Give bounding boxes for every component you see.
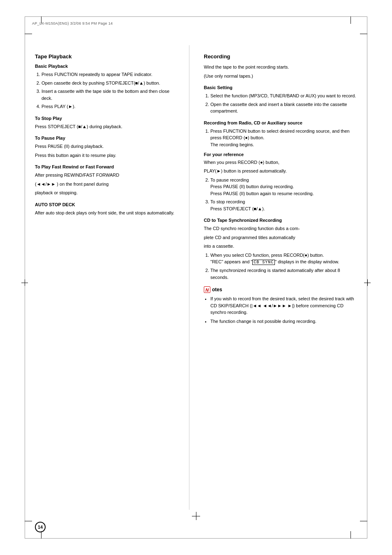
list-item: When you select CD function, press RECOR… xyxy=(210,252,357,266)
list-item: Press FUNCTION button to select desired … xyxy=(210,128,357,148)
recording-title: Recording xyxy=(204,53,357,60)
tick-br-h xyxy=(360,521,367,521)
page: AP_LX-M150A(ENG) 3/2/06 9:54 PM Page 14 … xyxy=(0,0,392,555)
recording-steps-continued: To pause recording Press PAUSE (II) butt… xyxy=(210,177,357,212)
tape-playback-title: Tape Playback xyxy=(35,53,175,60)
column-divider xyxy=(189,45,189,510)
mid-cross-left xyxy=(21,279,28,286)
notes-icon: N xyxy=(204,286,210,293)
for-your-reference-text1: When you press RECORD (●) button, xyxy=(204,159,357,166)
for-your-reference-text2: PLAY(►) button is pressed automatically. xyxy=(204,168,357,175)
list-item: To pause recording Press PAUSE (II) butt… xyxy=(210,177,357,197)
left-column: Tape Playback Basic Playback Press FUNCT… xyxy=(35,45,175,510)
main-content: Tape Playback Basic Playback Press FUNCT… xyxy=(35,45,357,510)
fast-rewind-line2: (◄◄/►► ) on the front panel during xyxy=(35,181,175,188)
list-item: Open cassette deck by pushing STOP/EJECT… xyxy=(42,80,175,87)
notes-label: otes xyxy=(212,287,222,292)
right-column: Recording Wind the tape to the point rec… xyxy=(204,45,357,510)
basic-setting-list: Select the function (MP3/CD, TUNER/BAND … xyxy=(210,92,357,115)
auto-stop-text: After auto stop deck plays only front si… xyxy=(35,210,175,216)
bottom-center-cross xyxy=(192,512,200,520)
border-top xyxy=(25,16,367,17)
border-left xyxy=(25,16,25,539)
stop-play-text: Press STOP/EJECT (■/▲) during playback. xyxy=(35,123,175,130)
cd-to-tape-heading: CD to Tape Synchronized Recording xyxy=(204,218,357,223)
mid-cross-right xyxy=(364,279,371,286)
fast-rewind-line1: After pressing REWIND/FAST FORWARD xyxy=(35,172,175,179)
border-right xyxy=(367,16,367,539)
basic-setting-heading: Basic Setting xyxy=(204,85,357,90)
for-your-reference-heading: For your reference xyxy=(204,151,357,158)
pause-play-line2: Press this button again it to resume pla… xyxy=(35,152,175,159)
list-item: Select the function (MP3/CD, TUNER/BAND … xyxy=(210,92,357,99)
page-number: 14 xyxy=(35,522,46,532)
cd-to-tape-intro1: The CD synchro recording function dubs a… xyxy=(204,225,357,232)
recording-from-radio-heading: Recording from Radio, CD or Auxiliary so… xyxy=(204,120,357,125)
basic-playback-heading: Basic Playback xyxy=(35,64,175,69)
tick-br-v xyxy=(350,531,351,539)
tick-tr-v xyxy=(350,16,351,24)
notes-item: If you wish to record from the desired t… xyxy=(210,295,357,316)
recording-intro-line2: (Use only normal tapes.) xyxy=(204,73,357,80)
cd-to-tape-intro2: plete CD and programmed titles automatic… xyxy=(204,234,357,241)
stop-play-heading: To Stop Play xyxy=(35,116,175,121)
list-item: Press PLAY (►). xyxy=(42,103,175,110)
fast-rewind-heading: To Play Fast Rewind or Fast Forward xyxy=(35,164,175,169)
tick-tr-h xyxy=(360,34,367,34)
notes-item: The function change is not possible duri… xyxy=(210,318,357,325)
notes-list: If you wish to record from the desired t… xyxy=(210,295,357,325)
fast-rewind-line3: playback or stopping. xyxy=(35,189,175,196)
notes-section: N otes xyxy=(204,286,357,293)
list-item: The synchronized recording is started au… xyxy=(210,267,357,281)
tick-bl-h xyxy=(25,521,32,521)
list-item: Press FUNCTION repeatedly to appear TAPE… xyxy=(42,71,175,78)
cd-to-tape-intro3: into a cassette. xyxy=(204,243,357,250)
list-item: To stop recording Press STOP/EJECT (■/▲)… xyxy=(210,198,357,212)
file-info: AP_LX-M150A(ENG) 3/2/06 9:54 PM Page 14 xyxy=(32,21,113,25)
recording-from-radio-list: Press FUNCTION button to select desired … xyxy=(210,128,357,148)
recording-intro-line1: Wind the tape to the point recording sta… xyxy=(204,64,357,71)
border-bottom xyxy=(25,538,367,539)
pause-play-heading: To Pause Play xyxy=(35,136,175,140)
cd-to-tape-steps: When you select CD function, press RECOR… xyxy=(210,252,357,281)
tick-tl-h xyxy=(25,34,32,34)
auto-stop-heading: AUTO STOP DECK xyxy=(35,202,175,207)
pause-play-line1: Press PAUSE (II) during playback. xyxy=(35,143,175,150)
list-item: Insert a cassette with the tape side to … xyxy=(42,88,175,101)
basic-playback-list: Press FUNCTION repeatedly to appear TAPE… xyxy=(42,71,175,110)
list-item: Open the cassette deck and insert a blan… xyxy=(210,101,357,115)
